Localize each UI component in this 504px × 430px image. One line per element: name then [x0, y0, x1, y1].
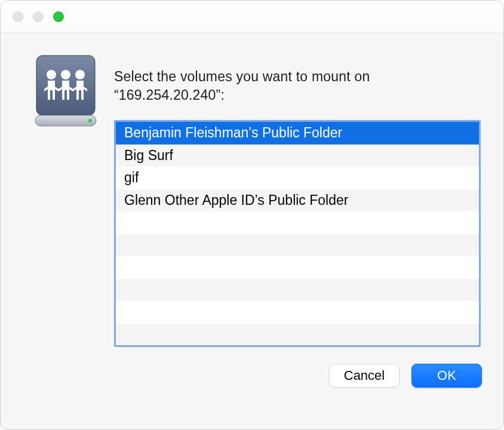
volumes-listbox[interactable]: Benjamin Fleishman’s Public FolderBig Su… [114, 120, 481, 347]
list-item[interactable]: gif [116, 167, 479, 189]
list-item [116, 301, 479, 324]
icon-column [34, 53, 97, 351]
prompt-line-1: Select the volumes you want to mount on [114, 69, 370, 84]
list-item[interactable]: Benjamin Fleishman’s Public Folder [116, 122, 479, 145]
minimize-traffic-light[interactable] [33, 11, 44, 22]
list-item [116, 256, 479, 279]
svg-point-2 [61, 70, 70, 79]
network-drive-icon [34, 53, 97, 127]
list-item [116, 279, 479, 302]
cancel-button[interactable]: Cancel [329, 364, 399, 388]
prompt-line-2: “169.254.20.240”: [114, 87, 225, 103]
dialog-top: Select the volumes you want to mount on … [1, 33, 503, 351]
close-traffic-light[interactable] [13, 11, 23, 22]
list-item [116, 234, 479, 257]
dialog-window: Select the volumes you want to mount on … [0, 0, 504, 430]
zoom-traffic-light[interactable] [53, 11, 64, 22]
list-item[interactable]: Glenn Other Apple ID’s Public Folder [116, 189, 479, 212]
svg-point-3 [75, 70, 85, 79]
prompt-text: Select the volumes you want to mount on … [114, 53, 481, 105]
dialog-footer: Cancel OK [1, 351, 503, 404]
svg-point-1 [47, 70, 56, 79]
message-column: Select the volumes you want to mount on … [114, 53, 481, 351]
ok-button[interactable]: OK [411, 364, 482, 388]
list-item [116, 211, 479, 234]
dialog-content: Select the volumes you want to mount on … [1, 33, 503, 429]
list-item[interactable]: Big Surf [116, 145, 479, 167]
list-item [116, 324, 479, 346]
volumes-list-container: Benjamin Fleishman’s Public FolderBig Su… [114, 120, 481, 347]
titlebar [1, 1, 503, 33]
svg-point-5 [88, 119, 92, 122]
svg-rect-4 [35, 115, 96, 126]
